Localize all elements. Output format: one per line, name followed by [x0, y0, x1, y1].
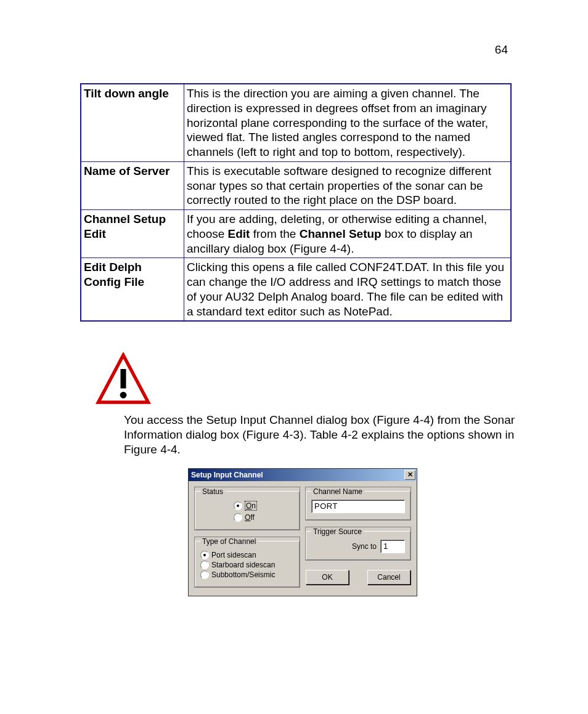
text-fragment-bold: Channel Setup — [300, 227, 382, 240]
svg-rect-1 — [121, 369, 126, 389]
radio-icon — [200, 561, 209, 569]
radio-icon — [200, 570, 209, 579]
type-starboard-sidescan-radio[interactable]: Starboard sidescan — [200, 561, 294, 569]
type-option-label: Port sidescan — [211, 551, 256, 559]
channel-name-input[interactable]: PORT — [311, 500, 405, 513]
trigger-source-legend: Trigger Source — [311, 527, 364, 536]
type-port-sidescan-radio[interactable]: Port sidescan — [200, 551, 294, 559]
warning-icon — [96, 352, 151, 408]
table-row: Name of Server This is executable softwa… — [81, 161, 511, 209]
status-on-radio[interactable]: On — [234, 501, 261, 511]
intro-paragraph: You access the Setup Input Channel dialo… — [124, 413, 518, 456]
svg-point-2 — [120, 392, 127, 399]
row-desc: Clicking this opens a file called CONF24… — [184, 258, 511, 322]
row-desc: This is executable software designed to … — [184, 161, 511, 209]
trigger-source-group: Trigger Source Sync to 1 — [306, 527, 410, 560]
radio-icon — [234, 513, 242, 522]
table-row: Edit Delph Config File Clicking this ope… — [81, 258, 511, 322]
status-off-label: Off — [245, 513, 255, 522]
type-option-label: Subbottom/Seismic — [211, 570, 275, 579]
cancel-button[interactable]: Cancel — [367, 570, 410, 585]
sync-to-label: Sync to — [352, 542, 377, 551]
table-row: Channel Setup Edit If you are adding, de… — [81, 210, 511, 258]
setup-input-channel-dialog: Setup Input Channel ✕ Status On — [188, 468, 417, 596]
radio-icon — [200, 551, 209, 559]
main-content: Tilt down angle This is the direction yo… — [80, 83, 512, 596]
ok-button[interactable]: OK — [306, 570, 349, 585]
channel-name-legend: Channel Name — [311, 487, 364, 496]
row-label: Name of Server — [81, 161, 184, 209]
type-legend: Type of Channel — [200, 537, 258, 546]
dialog-title: Setup Input Channel — [191, 471, 263, 479]
table-row: Tilt down angle This is the direction yo… — [81, 84, 511, 161]
row-desc: If you are adding, deleting, or otherwis… — [184, 210, 511, 258]
status-off-radio[interactable]: Off — [234, 513, 261, 522]
status-group: Status On Off — [195, 487, 300, 530]
type-option-label: Starboard sidescan — [211, 561, 275, 569]
page-number: 64 — [495, 43, 508, 57]
channel-name-group: Channel Name PORT — [306, 487, 410, 520]
sync-to-input[interactable]: 1 — [380, 540, 405, 553]
type-subbottom-seismic-radio[interactable]: Subbottom/Seismic — [200, 570, 294, 579]
text-fragment: from the — [250, 227, 299, 240]
type-of-channel-group: Type of Channel Port sidescan Starboard … — [195, 537, 300, 587]
row-label: Channel Setup Edit — [81, 210, 184, 258]
definitions-table: Tilt down angle This is the direction yo… — [80, 83, 512, 322]
row-label: Edit Delph Config File — [81, 258, 184, 322]
row-desc: This is the direction you are aiming a g… — [184, 84, 511, 161]
dialog-titlebar[interactable]: Setup Input Channel ✕ — [189, 469, 417, 481]
text-fragment-bold: Edit — [228, 227, 250, 240]
close-icon: ✕ — [407, 471, 413, 478]
radio-icon — [234, 501, 242, 510]
status-on-label: On — [245, 501, 257, 511]
close-button[interactable]: ✕ — [404, 470, 415, 480]
status-legend: Status — [200, 487, 225, 496]
row-label: Tilt down angle — [81, 84, 184, 161]
